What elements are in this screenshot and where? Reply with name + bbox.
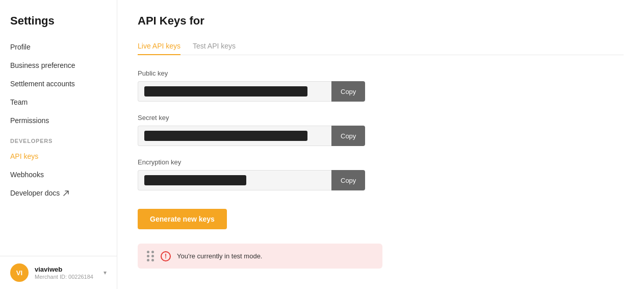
- copy-public-key-button[interactable]: Copy: [331, 81, 365, 102]
- secret-key-label: Secret key: [138, 114, 624, 122]
- drag-dot-1: [147, 251, 149, 253]
- sidebar-nav: Profile Business preference Settlement a…: [0, 38, 117, 256]
- toast-drag-handle: [147, 251, 154, 261]
- toast-notification: ! You're currently in test mode.: [138, 244, 382, 269]
- tabs: Live API keys Test API keys: [138, 38, 624, 55]
- merchant-id-label: Merchant ID:: [35, 274, 67, 280]
- sidebar-title: Settings: [0, 0, 117, 38]
- external-link-icon: [63, 190, 69, 196]
- secret-key-row: Copy: [138, 126, 624, 146]
- secret-key-section: Secret key Copy: [138, 114, 624, 146]
- merchant-id: Merchant ID: 00226184: [35, 274, 97, 280]
- generate-new-keys-button[interactable]: Generate new keys: [138, 209, 227, 229]
- tab-test-api-keys[interactable]: Test API keys: [193, 38, 236, 55]
- chevron-down-icon: ▾: [104, 269, 107, 276]
- developers-section-label: DEVELOPERS: [0, 130, 117, 147]
- sidebar-item-settlement-accounts[interactable]: Settlement accounts: [0, 75, 117, 93]
- drag-dot-6: [151, 259, 154, 261]
- user-name: viaviweb: [35, 266, 97, 273]
- user-info: viaviweb Merchant ID: 00226184: [35, 266, 97, 280]
- sidebar-item-webhooks[interactable]: Webhooks: [0, 165, 117, 184]
- encryption-key-section: Encryption key Copy: [138, 158, 624, 190]
- page-title: API Keys for: [138, 14, 624, 28]
- public-key-masked: [144, 86, 307, 97]
- avatar: VI: [10, 263, 29, 282]
- main-content: API Keys for Live API keys Test API keys…: [117, 0, 644, 289]
- copy-secret-key-button[interactable]: Copy: [331, 126, 365, 146]
- sidebar-item-profile[interactable]: Profile: [0, 38, 117, 56]
- secret-key-input[interactable]: [138, 126, 331, 146]
- encryption-key-masked: [144, 175, 246, 185]
- copy-encryption-key-button[interactable]: Copy: [331, 170, 365, 190]
- sidebar-item-team[interactable]: Team: [0, 93, 117, 111]
- drag-dot-3: [147, 255, 149, 257]
- encryption-key-row: Copy: [138, 170, 624, 190]
- drag-dot-4: [151, 255, 154, 257]
- warning-icon: !: [161, 251, 171, 261]
- sidebar-item-permissions[interactable]: Permissions: [0, 111, 117, 130]
- public-key-input[interactable]: [138, 81, 331, 102]
- tab-live-api-keys[interactable]: Live API keys: [138, 38, 181, 55]
- sidebar-item-business-preference[interactable]: Business preference: [0, 56, 117, 75]
- user-footer[interactable]: VI viaviweb Merchant ID: 00226184 ▾: [0, 256, 117, 289]
- sidebar-item-api-keys[interactable]: API keys: [0, 147, 117, 165]
- developer-docs-label: Developer docs: [10, 189, 60, 197]
- public-key-section: Public key Copy: [138, 69, 624, 102]
- public-key-row: Copy: [138, 81, 624, 102]
- toast-text: You're currently in test mode.: [177, 252, 262, 260]
- secret-key-masked: [144, 131, 307, 141]
- sidebar-item-developer-docs[interactable]: Developer docs: [0, 184, 117, 202]
- merchant-id-value: 00226184: [68, 274, 93, 280]
- public-key-label: Public key: [138, 69, 624, 77]
- encryption-key-label: Encryption key: [138, 158, 624, 166]
- sidebar: Settings Profile Business preference Set…: [0, 0, 117, 289]
- drag-dot-2: [151, 251, 154, 253]
- encryption-key-input[interactable]: [138, 170, 331, 190]
- drag-dot-5: [147, 259, 149, 261]
